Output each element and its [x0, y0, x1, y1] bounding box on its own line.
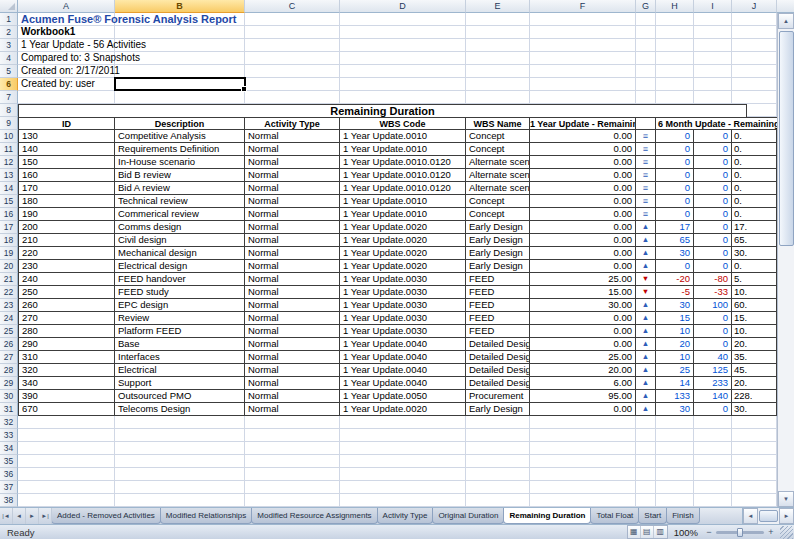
table-header-six-month-update[interactable]: 6 Month Update - Remaining Duration	[656, 117, 777, 130]
cell[interactable]	[340, 78, 466, 91]
table-cell-wbs-code[interactable]: 1 Year Update.0010	[340, 208, 466, 221]
table-cell-id[interactable]: 160	[18, 169, 115, 182]
table-cell-six-month[interactable]: 0.	[732, 130, 777, 143]
trend-flat-icon[interactable]: ≡	[636, 208, 656, 221]
trend-down-icon[interactable]: ▼	[636, 273, 656, 286]
cell[interactable]	[747, 104, 777, 117]
table-cell-description[interactable]: Competitive Analysis	[115, 130, 245, 143]
cell[interactable]	[18, 455, 115, 468]
table-cell-six-month[interactable]: 60.	[732, 299, 777, 312]
column-header-d[interactable]: D	[340, 0, 466, 13]
table-cell-id[interactable]: 210	[18, 234, 115, 247]
cell[interactable]	[530, 78, 636, 91]
table-cell-year-update[interactable]: 0.00	[530, 312, 636, 325]
cell[interactable]	[340, 481, 466, 494]
cell[interactable]	[18, 429, 115, 442]
table-cell-six-month[interactable]: 20.	[732, 338, 777, 351]
table-cell-description[interactable]: Bid B review	[115, 169, 245, 182]
trend-up-icon[interactable]: ▲	[636, 299, 656, 312]
trend-up-icon[interactable]: ▲	[636, 312, 656, 325]
table-cell-pct[interactable]: -33	[694, 286, 732, 299]
table-cell-change[interactable]: 25	[656, 364, 694, 377]
cell[interactable]	[245, 78, 340, 91]
sheet-tab-modified-resource-assignments[interactable]: Modified Resource Assignments	[251, 508, 377, 524]
cell[interactable]	[530, 65, 636, 78]
table-cell-six-month[interactable]: 5.	[732, 273, 777, 286]
row-header-4[interactable]: 4	[0, 52, 18, 65]
table-header-id[interactable]: ID	[18, 117, 115, 130]
sheet-tab-original-duration[interactable]: Original Duration	[432, 508, 504, 524]
table-cell-wbs-code[interactable]: 1 Year Update.0010.0120	[340, 182, 466, 195]
row-header-2[interactable]: 2	[0, 26, 18, 39]
table-cell-year-update[interactable]: 0.00	[530, 182, 636, 195]
trend-up-icon[interactable]: ▲	[636, 364, 656, 377]
table-cell-wbs-code[interactable]: 1 Year Update.0010	[340, 143, 466, 156]
cell[interactable]	[340, 39, 466, 52]
table-cell-year-update[interactable]: 0.00	[530, 338, 636, 351]
table-cell-description[interactable]: Requirements Definition	[115, 143, 245, 156]
row-header-12[interactable]: 12	[0, 156, 18, 169]
trend-flat-icon[interactable]: ≡	[636, 130, 656, 143]
table-cell-six-month[interactable]: 35.	[732, 351, 777, 364]
column-header-c[interactable]: C	[245, 0, 340, 13]
table-cell-id[interactable]: 320	[18, 364, 115, 377]
table-cell-wbs-code[interactable]: 1 Year Update.0040	[340, 377, 466, 390]
cell[interactable]	[530, 26, 636, 39]
cell[interactable]	[656, 442, 694, 455]
table-cell-year-update[interactable]: 0.00	[530, 156, 636, 169]
table-cell-wbs-name[interactable]: Detailed Design	[466, 351, 530, 364]
table-cell-pct[interactable]: 0	[694, 130, 732, 143]
table-cell-description[interactable]: EPC design	[115, 299, 245, 312]
table-cell-six-month[interactable]: 30.	[732, 247, 777, 260]
table-cell-id[interactable]: 390	[18, 390, 115, 403]
column-header-a[interactable]: A	[18, 0, 115, 13]
table-cell-id[interactable]: 130	[18, 130, 115, 143]
table-cell-activity-type[interactable]: Normal	[245, 286, 340, 299]
table-cell-id[interactable]: 340	[18, 377, 115, 390]
table-cell-wbs-name[interactable]: Concept	[466, 195, 530, 208]
table-cell-year-update[interactable]: 0.00	[530, 208, 636, 221]
table-cell-activity-type[interactable]: Normal	[245, 273, 340, 286]
table-header-year-update[interactable]: 1 Year Update - Remaining Duration	[530, 117, 636, 130]
row-header-21[interactable]: 21	[0, 273, 18, 286]
cell[interactable]	[115, 26, 245, 39]
cell[interactable]	[656, 39, 694, 52]
cell[interactable]	[340, 26, 466, 39]
table-cell-wbs-name[interactable]: Early Design	[466, 234, 530, 247]
trend-up-icon[interactable]: ▲	[636, 403, 656, 416]
cell[interactable]	[115, 455, 245, 468]
trend-down-icon[interactable]: ▼	[636, 286, 656, 299]
cell[interactable]	[530, 455, 636, 468]
table-cell-change[interactable]: 10	[656, 351, 694, 364]
table-cell-description[interactable]: Outsourced PMO	[115, 390, 245, 403]
row-header-11[interactable]: 11	[0, 143, 18, 156]
cell[interactable]	[694, 26, 732, 39]
row-header-25[interactable]: 25	[0, 325, 18, 338]
cell[interactable]	[530, 39, 636, 52]
sheet-tab-remaining-duration[interactable]: Remaining Duration	[503, 508, 591, 524]
cell[interactable]	[656, 52, 694, 65]
trend-up-icon[interactable]: ▲	[636, 351, 656, 364]
table-cell-pct[interactable]: 0	[694, 325, 732, 338]
table-cell-activity-type[interactable]: Normal	[245, 325, 340, 338]
table-cell-year-update[interactable]: 15.00	[530, 286, 636, 299]
cell[interactable]	[245, 26, 340, 39]
cell[interactable]	[466, 39, 530, 52]
row-header-18[interactable]: 18	[0, 234, 18, 247]
table-cell-pct[interactable]: 0	[694, 169, 732, 182]
row-header-16[interactable]: 16	[0, 208, 18, 221]
table-cell-change[interactable]: 17	[656, 221, 694, 234]
row-header-6[interactable]: 6	[0, 78, 18, 91]
cell[interactable]	[694, 39, 732, 52]
cell[interactable]	[656, 468, 694, 481]
cell[interactable]	[732, 481, 777, 494]
table-cell-wbs-code[interactable]: 1 Year Update.0020	[340, 234, 466, 247]
cell[interactable]	[732, 416, 777, 429]
table-cell-id[interactable]: 140	[18, 143, 115, 156]
table-cell-wbs-code[interactable]: 1 Year Update.0040	[340, 351, 466, 364]
row-header-8[interactable]: 8	[0, 104, 18, 117]
column-header-e[interactable]: E	[466, 0, 530, 13]
trend-up-icon[interactable]: ▲	[636, 234, 656, 247]
table-cell-wbs-code[interactable]: 1 Year Update.0040	[340, 364, 466, 377]
table-cell-wbs-name[interactable]: FEED	[466, 273, 530, 286]
